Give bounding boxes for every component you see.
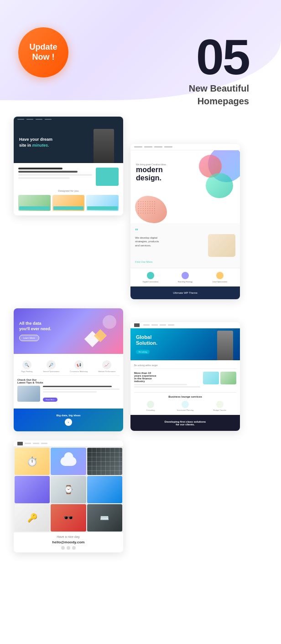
p1-thumb-label xyxy=(19,206,50,210)
p4-content: Be solving within target More than 10yea… xyxy=(130,360,240,415)
p1-line xyxy=(18,174,92,176)
p3-blog-cta[interactable]: Read More xyxy=(43,398,57,402)
p1-thumb-3 xyxy=(86,195,119,211)
p3-blog-image xyxy=(17,386,40,402)
p2-content: " We develop digitalstrategies, products… xyxy=(130,223,240,268)
p3-icon-circle: 📈 xyxy=(102,360,111,369)
p2-link: Find Out More xyxy=(135,261,235,263)
hero-number: 05 xyxy=(196,32,249,82)
p2-service-1: Digital Connections xyxy=(134,272,167,283)
p5-tile-7: 🔑 xyxy=(15,504,50,532)
p4-nav-item xyxy=(168,324,174,326)
p4-service-icon xyxy=(182,401,189,408)
p4-service-icon xyxy=(147,401,154,408)
preview-card-2: We bring great Creative ideas moderndesi… xyxy=(130,144,240,299)
p4-service-icon xyxy=(216,401,224,408)
p3-blog-title: Check Out OurLatest Tips & Tricks xyxy=(17,378,120,384)
p3-icon-circle: 📢 xyxy=(74,360,83,369)
p5-tile-6 xyxy=(87,476,122,503)
p4-hero-section: GlobalSolution. Be solving xyxy=(130,328,240,360)
p4-hero-text: GlobalSolution. xyxy=(136,334,157,346)
p2-title: moderndesign. xyxy=(136,166,166,182)
p2-footer-text: Ultimate WP Theme xyxy=(173,291,197,294)
previews-container: Have your dreamsite in minutes. xyxy=(14,117,267,552)
p3-blog-line xyxy=(43,388,120,390)
p2-nav-logo xyxy=(134,146,142,148)
p1-nav-dot xyxy=(26,119,33,120)
p1-nav-dot xyxy=(17,119,24,120)
p3-blog-section: Check Out OurLatest Tips & Tricks Read M… xyxy=(17,376,120,405)
p2-service-label: Digital Connections xyxy=(134,281,167,283)
p2-service-icon xyxy=(182,272,189,279)
p4-service-text: Consulting xyxy=(134,409,167,411)
p5-nav xyxy=(14,440,123,447)
p2-blob3 xyxy=(206,173,233,198)
p2-service-3: Lead Optimization xyxy=(203,272,236,283)
p1-green-box xyxy=(96,168,119,186)
p2-nav-item xyxy=(164,146,172,148)
p1-text-block xyxy=(18,168,92,186)
p5-social-row xyxy=(61,546,76,550)
p3-blog-line xyxy=(43,391,97,393)
p4-nav-item xyxy=(160,324,166,326)
p4-service-1: Consulting xyxy=(134,401,167,411)
p3-blog-line xyxy=(43,386,112,387)
p2-footer: Ultimate WP Theme xyxy=(130,286,240,299)
p4-img-thumb-2 xyxy=(220,372,236,384)
p1-content: Designed for you xyxy=(14,163,123,215)
p3-blog-img-inner xyxy=(17,386,40,402)
p4-info-line xyxy=(134,386,200,388)
p4-service-text: Budget Transfer xyxy=(203,409,236,411)
p1-line xyxy=(18,168,62,169)
p1-thumb-label xyxy=(87,206,118,210)
p5-grid-lines xyxy=(87,448,122,475)
p5-mosaic-grid: ⏱️ ⌚ 🔑 xyxy=(14,447,123,532)
p3-blob xyxy=(103,315,116,329)
p1-divider: Designed for you xyxy=(18,189,119,192)
p1-person-illustration xyxy=(94,129,114,163)
p5-social-icon xyxy=(72,546,76,550)
p1-hero-section: Have your dreamsite in minutes. xyxy=(14,122,123,163)
p2-quote-icon: " xyxy=(135,228,235,234)
p5-tile-2 xyxy=(51,448,86,475)
p4-info-row: More than 10years experiencein the finan… xyxy=(134,372,236,388)
p2-service-icon xyxy=(147,272,154,279)
p1-row xyxy=(18,168,119,186)
p5-cloud-shape xyxy=(60,457,76,466)
p2-service-2: Branding Strategy xyxy=(169,272,202,283)
p3-icon-item: 📢 Conversion Marketing xyxy=(70,360,88,373)
p5-footer: Have a nice day. hello@moody.com xyxy=(14,532,123,552)
p1-img-row xyxy=(18,195,119,211)
p2-image xyxy=(208,234,235,257)
p3-hero-illustration xyxy=(82,313,119,349)
p4-services-row: Consulting Investment Planning Budget Tr… xyxy=(134,401,236,411)
p3-hero-text: All the datayou'll ever need. xyxy=(19,321,51,332)
p3-cta-button[interactable]: Learn More xyxy=(19,335,39,341)
p2-hero-section: We bring great Creative ideas moderndesi… xyxy=(130,150,240,223)
p3-icon-item: 🔍 Page Ranking xyxy=(21,360,32,373)
p4-services-title: Business lounge services xyxy=(134,395,236,398)
p3-icon-circle: 🔍 xyxy=(22,360,31,369)
update-badge-label: UpdateNow ! xyxy=(29,42,57,62)
p5-tile-1: ⏱️ xyxy=(15,448,50,475)
p2-service-label: Lead Optimization xyxy=(203,281,236,283)
p4-footer: Developing first class solutionsfor our … xyxy=(130,415,240,431)
p3-blog-text: Read More xyxy=(43,386,120,402)
p4-info-title: More than 10years experiencein the finan… xyxy=(134,372,200,383)
p4-nav-logo xyxy=(134,323,140,327)
preview-card-5: ⏱️ ⌚ 🔑 xyxy=(14,440,123,552)
p5-tile-4 xyxy=(15,476,50,503)
p3-icon-text: Search Optimization xyxy=(43,370,59,373)
p5-tile-9: ⌨️ xyxy=(87,504,122,532)
p5-nav-item xyxy=(25,443,31,444)
update-badge[interactable]: UpdateNow ! xyxy=(18,27,68,77)
p4-cta-button[interactable]: Be solving xyxy=(136,350,150,354)
p2-nav-item xyxy=(144,146,152,148)
p1-nav-dot xyxy=(36,119,42,120)
p4-tagline: Be solving within target xyxy=(134,364,236,369)
p3-icon-item: 📈 Website Performance xyxy=(98,360,115,373)
p4-footer-text: Developing first class solutionsfor our … xyxy=(165,420,206,426)
p1-nav xyxy=(14,117,123,122)
p4-nav-item xyxy=(151,324,158,326)
p2-dots xyxy=(137,200,156,214)
